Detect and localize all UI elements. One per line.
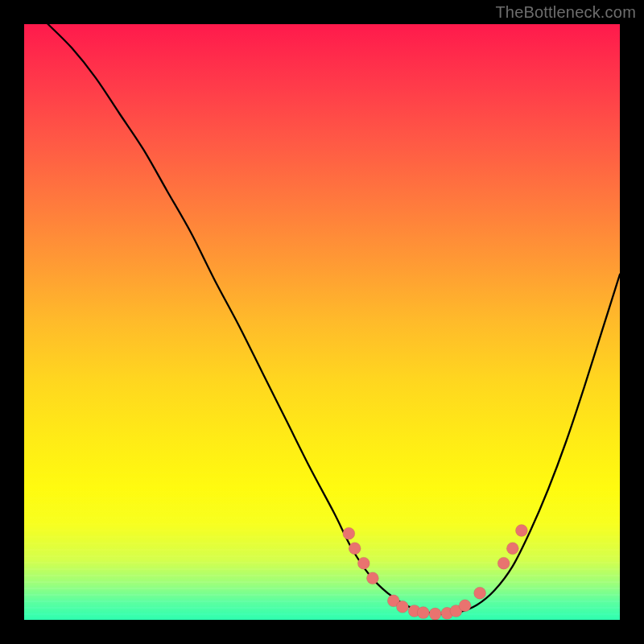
data-marker (497, 557, 510, 569)
data-marker (417, 607, 429, 619)
marker-group (343, 525, 528, 621)
plot-area (24, 24, 620, 620)
data-marker (357, 557, 369, 569)
data-marker (366, 572, 378, 584)
bottleneck-curve (48, 24, 620, 614)
data-marker (506, 543, 518, 555)
data-marker (349, 543, 361, 555)
data-marker (515, 525, 527, 537)
data-marker (396, 601, 408, 613)
data-marker (343, 527, 355, 539)
chart-frame: TheBottleneck.com (0, 0, 644, 644)
data-marker (459, 600, 471, 612)
curve-layer (24, 24, 620, 620)
data-marker (429, 608, 441, 620)
watermark-text: TheBottleneck.com (495, 3, 636, 22)
data-marker (474, 587, 486, 599)
